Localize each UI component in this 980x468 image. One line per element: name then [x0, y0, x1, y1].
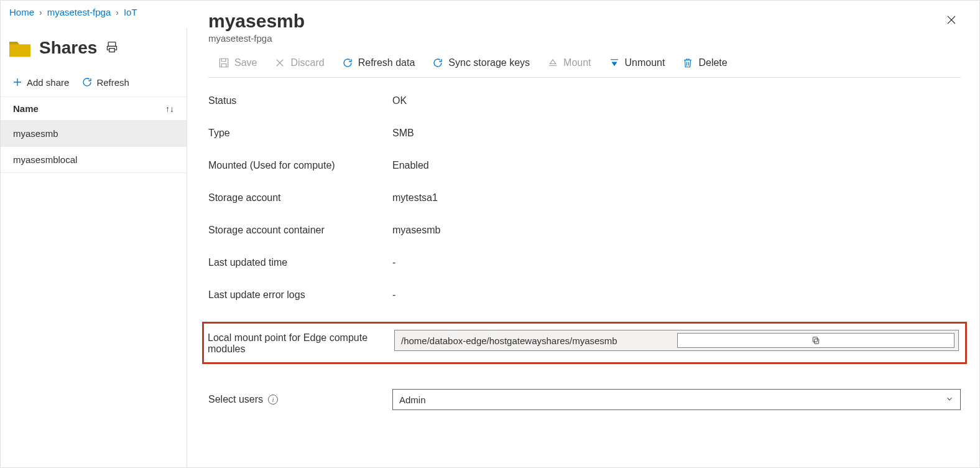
svg-rect-3: [815, 339, 819, 344]
prop-label: Last updated time: [208, 257, 392, 268]
prop-value: -: [392, 257, 395, 268]
detail-header: myasesmb myasetest-fpga: [208, 11, 961, 44]
prop-label: Status: [208, 95, 392, 106]
share-detail-panel: myasesmb myasetest-fpga Save Discard Ref…: [187, 1, 979, 467]
add-share-label: Add share: [27, 77, 69, 88]
breadcrumb-current[interactable]: IoT: [124, 7, 137, 17]
prop-type: Type SMB: [208, 128, 961, 139]
close-button[interactable]: [942, 11, 961, 32]
breadcrumb-parent[interactable]: myasetest-fpga: [47, 7, 111, 17]
list-header[interactable]: Name ↑↓: [1, 96, 187, 121]
refresh-data-button[interactable]: Refresh data: [342, 57, 415, 68]
discard-label: Discard: [290, 57, 324, 68]
prop-value: mytestsa1: [392, 192, 438, 204]
mount-point-value: /home/databox-edge/hostgatewayshares/mya…: [401, 335, 677, 346]
properties-grid: Status OK Type SMB Mounted (Used for com…: [208, 95, 961, 410]
pin-icon[interactable]: [106, 41, 118, 55]
delete-label: Delete: [698, 57, 727, 68]
list-item[interactable]: myasesmb: [1, 121, 187, 147]
shares-list-panel: Shares Add share Refresh Name ↑↓ myasesm…: [1, 28, 187, 467]
refresh-data-label: Refresh data: [358, 57, 415, 68]
folder-icon: [9, 39, 30, 57]
prop-value: Enabled: [392, 160, 429, 171]
prop-label: Mounted (Used for compute): [208, 160, 392, 171]
unmount-button[interactable]: Unmount: [609, 57, 665, 68]
detail-subtitle: myasetest-fpga: [208, 33, 305, 44]
refresh-button[interactable]: Refresh: [81, 77, 129, 88]
sort-icon[interactable]: ↑↓: [165, 104, 174, 114]
prop-updated-time: Last updated time -: [208, 257, 961, 268]
info-icon[interactable]: i: [268, 395, 278, 405]
prop-label: Last update error logs: [208, 289, 392, 301]
prop-value: myasesmb: [392, 225, 440, 236]
prop-label: Local mount point for Edge compute modul…: [208, 330, 394, 355]
shares-title: Shares: [39, 38, 97, 58]
unmount-label: Unmount: [625, 57, 665, 68]
mount-point-field[interactable]: /home/databox-edge/hostgatewayshares/mya…: [394, 330, 959, 351]
save-label: Save: [234, 57, 257, 68]
breadcrumb-sep-2: ›: [116, 7, 119, 17]
prop-value: SMB: [392, 128, 414, 139]
prop-error-logs: Last update error logs -: [208, 289, 961, 301]
save-button: Save: [218, 57, 257, 68]
mount-button: Mount: [547, 57, 591, 68]
sync-keys-button[interactable]: Sync storage keys: [432, 57, 530, 68]
svg-rect-1: [109, 48, 114, 52]
chevron-down-icon: [945, 395, 954, 405]
shares-toolbar: Add share Refresh: [1, 70, 187, 96]
prop-storage-account: Storage account mytestsa1: [208, 192, 961, 204]
copy-button[interactable]: [677, 333, 955, 348]
prop-select-users: Select users i Admin: [208, 389, 961, 410]
delete-button[interactable]: Delete: [682, 57, 727, 68]
prop-label: Type: [208, 128, 392, 139]
select-users-dropdown[interactable]: Admin: [392, 389, 961, 410]
breadcrumb-sep-1: ›: [39, 7, 42, 17]
detail-title: myasesmb: [208, 11, 305, 32]
svg-rect-0: [109, 42, 116, 46]
prop-mount-point-highlight: Local mount point for Edge compute modul…: [202, 322, 967, 364]
sync-keys-label: Sync storage keys: [448, 57, 530, 68]
prop-value: OK: [392, 95, 407, 106]
select-users-label: Select users: [208, 394, 263, 405]
refresh-label: Refresh: [96, 77, 129, 88]
mount-label: Mount: [563, 57, 591, 68]
prop-label: Storage account: [208, 192, 392, 204]
select-users-value: Admin: [399, 395, 426, 405]
list-header-name: Name: [13, 103, 39, 114]
list-item[interactable]: myasesmblocal: [1, 147, 187, 173]
prop-mounted: Mounted (Used for compute) Enabled: [208, 160, 961, 171]
prop-container: Storage account container myasesmb: [208, 225, 961, 236]
shares-header: Shares: [1, 28, 187, 70]
prop-label: Select users i: [208, 394, 392, 405]
discard-button: Discard: [274, 57, 324, 68]
prop-label: Storage account container: [208, 225, 392, 236]
prop-status: Status OK: [208, 95, 961, 106]
add-share-button[interactable]: Add share: [12, 77, 69, 88]
svg-rect-4: [813, 337, 817, 342]
detail-toolbar: Save Discard Refresh data Sync storage k…: [208, 44, 961, 78]
prop-value: -: [392, 289, 395, 301]
breadcrumb-home[interactable]: Home: [9, 7, 34, 17]
svg-rect-2: [220, 58, 228, 67]
